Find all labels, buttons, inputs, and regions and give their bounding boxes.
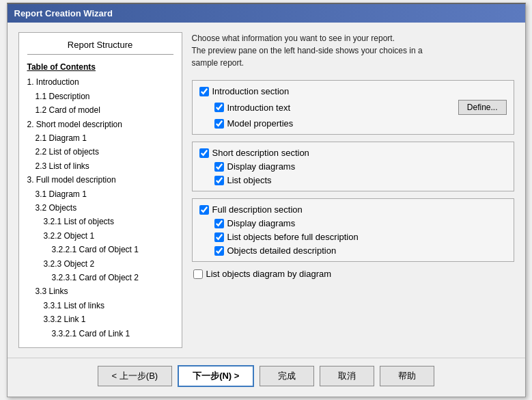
short-section-text: Short description section [212,148,309,158]
define-button[interactable]: Define... [458,100,507,115]
list-objects-before-row: List objects before full description [199,232,507,242]
dialog-footer: < 上一步(B) 下一步(N) > 完成 取消 帮助 [8,358,525,397]
introduction-text-checkbox[interactable] [214,103,224,112]
short-list-objects-row: List objects [199,175,507,185]
report-structure-title: Report Structure [27,40,173,55]
toc-item: 3.2.2.1 Card of Object 1 [52,243,173,256]
model-properties-row: Model properties [199,118,507,129]
cancel-button[interactable]: 取消 [320,366,374,386]
dialog-title: Report Creation Wizard [8,4,525,23]
short-section-checkbox[interactable] [199,148,209,158]
toc-item: 2.2 List of objects [36,145,173,159]
toc-item: 3.2.1 List of objects [44,215,173,228]
full-section-text: Full description section [212,204,303,215]
short-section-row: Short description section [199,148,507,158]
objects-detailed-checkbox[interactable] [214,246,224,256]
list-objects-before-checkbox[interactable] [214,232,224,242]
introduction-text-span: Introduction text [227,103,291,113]
toc-header: Table of Contents [27,60,173,74]
model-properties-text: Model properties [227,118,294,129]
short-list-objects-text: List objects [227,175,272,185]
report-structure-panel: Report Structure Table of Contents 1. In… [18,32,182,348]
next-button[interactable]: 下一步(N) > [178,365,254,387]
finish-button[interactable]: 完成 [260,366,314,386]
short-display-diagrams-checkbox[interactable] [214,162,224,172]
full-display-diagrams-label[interactable]: Display diagrams [214,218,507,228]
objects-detailed-row: Objects detailed description [199,245,507,256]
model-properties-label[interactable]: Model properties [214,118,507,129]
toc-item: 3.3 Links [36,284,173,298]
full-display-diagrams-text: Display diagrams [227,218,296,228]
short-list-objects-checkbox[interactable] [214,176,224,185]
full-description-section-box: Full description section Display diagram… [192,198,514,262]
full-display-diagrams-checkbox[interactable] [214,219,224,228]
full-section-row: Full description section [199,204,507,215]
help-button[interactable]: 帮助 [380,366,434,386]
list-objects-diagram-text: List objects diagram by diagram [206,269,332,279]
toc-item: 1. Introduction [27,75,173,89]
short-section-label[interactable]: Short description section [199,148,507,158]
introduction-section-label[interactable]: Introduction section [199,86,507,96]
short-display-diagrams-label[interactable]: Display diagrams [214,161,507,172]
objects-detailed-label[interactable]: Objects detailed description [214,245,507,256]
list-objects-diagram-label[interactable]: List objects diagram by diagram [193,269,514,279]
toc-item: 2. Short model description [27,118,173,131]
toc-item: 3.1 Diagram 1 [36,187,173,201]
toc-item: 2.3 List of links [36,159,173,173]
introduction-section-checkbox[interactable] [199,87,209,96]
list-objects-diagram-checkbox[interactable] [193,269,203,279]
toc-item: 3.2 Objects [36,201,173,215]
report-creation-wizard-dialog: Report Creation Wizard Report Structure … [7,3,526,397]
full-display-diagrams-row: Display diagrams [199,218,507,228]
intro-text-row: Introduction text Define... [199,100,507,115]
dialog-body: Report Structure Table of Contents 1. In… [8,23,525,355]
introduction-section-row: Introduction section [199,86,507,96]
full-section-label[interactable]: Full description section [199,204,507,215]
toc-item: 1.1 Description [36,90,173,103]
full-section-checkbox[interactable] [199,205,209,215]
list-objects-before-label[interactable]: List objects before full description [214,232,507,242]
toc-item: 3.2.3 Object 2 [44,257,173,271]
toc-item: 3.3.2 Link 1 [44,312,173,326]
list-objects-diagram-row: List objects diagram by diagram [193,269,514,279]
short-description-section-box: Short description section Display diagra… [192,142,514,191]
objects-detailed-text: Objects detailed description [227,245,337,256]
toc-item: 3.2.2 Object 1 [44,229,173,243]
options-panel: Choose what information you want to see … [192,32,514,348]
back-button[interactable]: < 上一步(B) [98,366,173,386]
toc-item: 1.2 Card of model [36,103,173,117]
short-list-objects-label[interactable]: List objects [214,175,507,185]
short-display-diagrams-row: Display diagrams [199,161,507,172]
description-text: Choose what information you want to see … [192,32,514,69]
table-of-contents: Table of Contents 1. Introduction 1.1 De… [27,60,173,341]
introduction-section-text: Introduction section [212,86,290,96]
model-properties-checkbox[interactable] [214,119,224,129]
toc-item: 2.1 Diagram 1 [36,131,173,145]
toc-item: 3.3.1 List of links [44,299,173,312]
toc-item: 3. Full model description [27,173,173,187]
list-objects-before-text: List objects before full description [227,232,359,242]
introduction-section-box: Introduction section Introduction text D… [192,80,514,135]
toc-item: 3.2.3.1 Card of Object 2 [52,271,173,284]
introduction-text-label[interactable]: Introduction text [214,103,458,113]
toc-item: 3.3.2.1 Card of Link 1 [52,327,173,341]
short-display-diagrams-text: Display diagrams [227,161,296,172]
